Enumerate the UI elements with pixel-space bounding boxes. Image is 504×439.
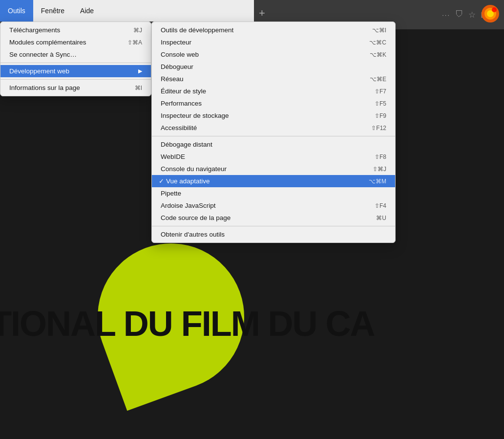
svg-point-3	[492, 7, 497, 12]
menu-telechargements[interactable]: Téléchargements ⌘J	[0, 24, 151, 36]
more-button[interactable]: ···	[442, 11, 450, 19]
firefox-logo	[480, 3, 501, 24]
menu-reseau[interactable]: Réseau ⌥⌘E	[152, 73, 395, 85]
new-tab-button[interactable]: +	[259, 7, 265, 20]
menu-ardoise[interactable]: Ardoise JavaScript ⇧F4	[152, 199, 395, 212]
menu-modules[interactable]: Modules complémentaires ⇧⌘A	[0, 36, 151, 48]
checkmark-icon: ✓	[159, 177, 164, 185]
menu-editeur-style[interactable]: Éditeur de style ⇧F7	[152, 85, 395, 97]
menu-accessibilite[interactable]: Accessibilité ⇧F12	[152, 122, 395, 134]
menu-autres-outils[interactable]: Obtenir d'autres outils	[152, 228, 395, 241]
separator-dev-1	[152, 136, 395, 136]
menu-console-nav[interactable]: Console du navigateur ⇧⌘J	[152, 163, 395, 175]
menu-webide[interactable]: WebIDE ⇧F8	[152, 151, 395, 163]
separator-dev-2	[152, 226, 395, 226]
menu-inspecteur[interactable]: Inspecteur ⌥⌘C	[152, 36, 395, 48]
menubar-outils[interactable]: Outils	[0, 0, 33, 22]
menubar-fenetre[interactable]: Fenêtre	[33, 0, 72, 22]
menu-sync[interactable]: Se connecter à Sync…	[0, 48, 151, 61]
menu-vue-adaptative[interactable]: ✓ Vue adaptative ⌥⌘M	[152, 175, 395, 187]
menu-code-source[interactable]: Code source de la page ⌘U	[152, 212, 395, 224]
dropdown-outils: Téléchargements ⌘J Modules complémentair…	[0, 22, 151, 96]
submenu-arrow: ▶	[138, 68, 142, 74]
separator-2	[0, 79, 151, 80]
pocket-icon[interactable]: ⛉	[455, 10, 463, 20]
dropdown-dev-web: Outils de développement ⌥⌘I Inspecteur ⌥…	[151, 22, 396, 243]
firefox-logo-area	[480, 3, 501, 26]
menu-debogage-distant[interactable]: Débogage distant	[152, 138, 395, 151]
menu-infos-page[interactable]: Informations sur la page ⌘I	[0, 82, 151, 94]
menu-inspecteur-stockage[interactable]: Inspecteur de stockage ⇧F9	[152, 110, 395, 122]
separator-1	[0, 63, 151, 63]
menu-console-web[interactable]: Console web ⌥⌘K	[152, 48, 395, 61]
menubar-aide[interactable]: Aide	[72, 0, 102, 22]
menu-performances[interactable]: Performances ⇧F5	[152, 97, 395, 110]
menubar: Outils Fenêtre Aide	[0, 0, 254, 22]
menu-outils-dev[interactable]: Outils de développement ⌥⌘I	[152, 24, 395, 36]
page-title-text: TIONAL DU FILM DU CA	[0, 306, 375, 341]
menu-pipette[interactable]: Pipette	[152, 187, 395, 199]
menu-dev-web[interactable]: Développement web ▶	[0, 65, 151, 77]
menu-debogueur[interactable]: Débogueur	[152, 61, 395, 73]
star-icon[interactable]: ☆	[468, 10, 476, 20]
